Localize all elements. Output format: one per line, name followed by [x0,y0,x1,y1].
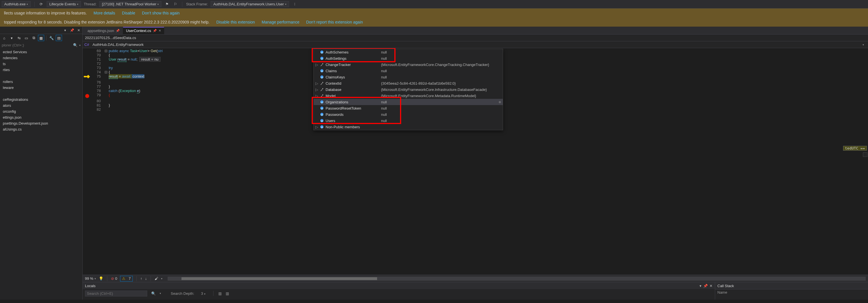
datatip-value: null [381,100,387,104]
pin-icon[interactable]: 📌 [703,284,708,288]
tree-item[interactable]: alUsings.cs [0,126,82,132]
disable-extension-link[interactable]: Disable this extension [216,20,255,24]
datatip-row[interactable]: AuthSchemesnull [314,49,503,55]
tree-item[interactable] [0,73,82,79]
window-position-icon[interactable]: ▾ [700,284,702,288]
stackframe-value: AuthHub.DAL.EntityFramework.Users.User [213,2,284,6]
solution-search-input[interactable] [2,43,71,47]
locals-tool2-icon[interactable]: ▥ [226,292,229,296]
close-icon[interactable]: ✕ [159,29,161,33]
close-icon[interactable]: ✕ [709,284,713,288]
warning-count[interactable]: ⚠ 7 [120,276,133,281]
dont-show-link[interactable]: Don't show this again [142,11,180,15]
tree-item[interactable]: rollers [0,79,82,85]
datatip-row[interactable]: Claimsnull [314,68,503,74]
tree-item[interactable]: psettings.Development.json [0,120,82,126]
datatip-row[interactable]: ▷ContextId{3045eea2-5c84-4261-892d-4a0af… [314,80,503,86]
properties-icon[interactable]: ▤ [56,35,62,41]
close-icon[interactable]: ✕ [76,28,81,33]
disable-link[interactable]: Disable [122,11,135,15]
overflow-icon[interactable]: ⁝ [292,1,298,7]
property-icon [320,119,324,123]
datatip-row[interactable]: Usersnull [314,118,503,124]
sync-icon[interactable]: ⇆ [16,35,22,41]
callstack-col-name[interactable]: Name [717,290,727,295]
datatip-value: null [381,69,387,73]
horizontal-scrollbar[interactable] [167,277,866,281]
pin-icon[interactable]: 📌 [153,29,157,33]
pin-datatip-icon[interactable] [863,152,867,157]
property-icon [320,56,324,60]
search-icon[interactable]: 🔍 [73,43,78,47]
namespace-dropdown[interactable]: AuthHub.DAL.EntityFramework [90,42,146,47]
datatip-row[interactable]: ▷Model{Microsoft.EntityFrameworkCore.Met… [314,93,503,99]
error-count[interactable]: ⊘ 0 [111,276,117,281]
thread-dropdown[interactable]: [27100] .NET ThreadPool Worker ▾ [99,1,161,7]
search-depth-dropdown[interactable]: 3 ▾ [198,292,208,296]
tree-item[interactable]: ators [0,102,82,109]
chevron-down-icon[interactable]: ▾ [863,43,864,46]
datatip-row[interactable]: PasswordResetTokennull [314,105,503,111]
window-position-icon[interactable]: ▾ [63,28,68,33]
home-icon[interactable]: ⌂ [1,35,7,41]
tab-appsettings[interactable]: appsettings.json 📌 [84,27,123,34]
tree-item[interactable] [0,91,82,97]
cleanup-icon[interactable]: 🖌 [155,276,158,281]
datatip-row[interactable]: Passwordsnull [314,111,503,118]
tree-item[interactable]: ected Services [0,49,82,55]
breadcrumb[interactable]: 20221107012S...dSeedData.cs [83,35,868,41]
stackframe-dropdown[interactable]: AuthHub.DAL.EntityFramework.Users.User ▾ [211,1,289,7]
zoom-level[interactable]: 99 % ▾ [85,276,96,281]
datatip-row[interactable]: ClaimsKeysnull [314,74,503,80]
tree-item[interactable]: ts [0,61,82,67]
datatip-row[interactable]: ▷Database{Microsoft.EntityFrameworkCore.… [314,86,503,93]
tree-item[interactable]: ndencies [0,55,82,61]
locals-search-input[interactable] [85,291,147,297]
tree-item[interactable]: ettings.json [0,114,82,120]
pin-icon[interactable]: 📌 [69,28,74,33]
wrench-icon [320,81,324,85]
datatip-row[interactable]: ▷Non-Public members [314,124,503,130]
pin-icon[interactable]: ⊕ [499,100,501,104]
search-icon[interactable]: 🔍 [151,292,156,296]
copy-icon[interactable]: ⧉ [31,35,37,41]
manage-performance-link[interactable]: Manage performance [261,20,299,24]
tree-item[interactable]: leware [0,85,82,91]
datatip-row[interactable]: Organizationsnull⊕ [314,99,503,105]
chevron-down-icon[interactable]: ▾ [8,35,15,41]
process-dropdown[interactable]: AuthHub.exe ▾ [2,1,31,7]
nav-up-icon[interactable]: ↑ [141,276,143,281]
pin-icon[interactable]: 📌 [116,29,120,33]
flag-outline-icon[interactable]: ⚐ [173,1,178,7]
document-tabs: appsettings.json 📌 UserContext.cs 📌 ✕ [83,27,868,35]
search-depth-label: Search Depth: [171,292,194,296]
wrench-icon[interactable]: 🔧 [49,35,55,41]
process-value: AuthHub.exe [4,2,26,6]
show-all-icon[interactable]: ▭ [23,35,29,41]
tree-item[interactable]: orconfig [0,109,82,114]
dont-report-link[interactable]: Don't report this extension again [306,20,363,24]
datatip-name: Model [326,94,379,98]
solution-search[interactable]: 🔍 ▾ [0,42,82,49]
preview-icon[interactable]: ▦ [38,35,44,41]
debugger-datatip[interactable]: AuthSchemesnullAuthSettingsnull▷ChangeTr… [313,49,503,130]
nav-down-icon[interactable]: ↓ [145,276,147,281]
refresh-icon[interactable]: ⟳ [38,1,44,7]
more-details-link[interactable]: More details [94,11,115,15]
code-editor[interactable]: 69⊟ public async Task<User> Get(stri70 {… [83,48,868,275]
flag-icon[interactable]: ⚑ [164,1,170,7]
datatip-value: null [381,50,387,54]
datatip-name: AuthSchemes [326,50,379,54]
lifecycle-dropdown[interactable]: Lifecycle Events ▾ [47,1,81,7]
locals-tool-icon[interactable]: ▥ [218,292,222,296]
datatip-row[interactable]: AuthSettingsnull [314,55,503,61]
debug-toolbar: AuthHub.exe ▾ ⟳ Lifecycle Events ▾ Threa… [0,0,868,8]
chevron-down-icon[interactable]: ▾ [79,44,81,47]
datatip-row[interactable]: ▷ChangeTracker{Microsoft.EntityFramework… [314,61,503,68]
nav-bar: C# AuthHub.DAL.EntityFramework ▾ [83,41,868,48]
tree-item[interactable]: ceRegistrations [0,97,82,102]
tree-item[interactable]: rties [0,67,82,73]
solution-tree[interactable]: ected Servicesndenciestsrties rollerslew… [0,49,82,300]
tab-usercontext[interactable]: UserContext.cs 📌 ✕ [123,27,164,34]
lightbulb-icon[interactable]: 💡 [99,276,103,281]
